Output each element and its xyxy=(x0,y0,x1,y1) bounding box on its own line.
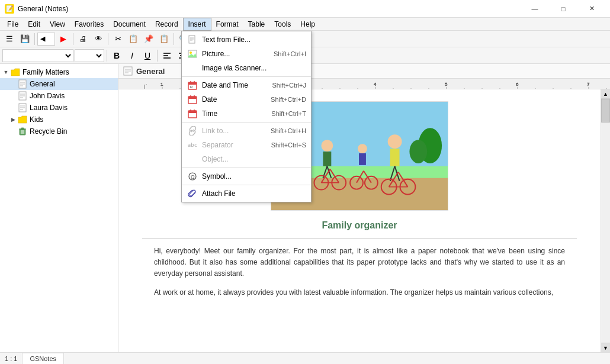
doc-title: Family organizer xyxy=(142,220,577,231)
menu-date[interactable]: Date Shift+Ctrl+D xyxy=(182,92,311,107)
datetime-label: Date and Time xyxy=(202,81,261,89)
statusbar-tab[interactable]: GSNotes xyxy=(22,353,64,365)
scroll-thumb[interactable] xyxy=(601,99,610,123)
svg-rect-138 xyxy=(194,109,195,112)
menu-record[interactable]: Record xyxy=(150,18,183,31)
svg-rect-134 xyxy=(194,95,195,98)
note-header-icon xyxy=(123,66,133,76)
folder-icon-kids xyxy=(18,115,27,124)
italic-btn[interactable]: I xyxy=(125,49,139,63)
menu-format[interactable]: Format xyxy=(211,18,243,31)
sidebar-item-john[interactable]: John Davis xyxy=(0,90,118,102)
new-btn[interactable]: ☰ xyxy=(2,32,17,46)
arrow-general xyxy=(9,80,17,88)
link-label: Link to... xyxy=(202,127,259,135)
minimize-button[interactable]: — xyxy=(521,0,548,18)
menu-help[interactable]: Help xyxy=(296,18,320,31)
separator-shortcut: Shift+Ctrl+S xyxy=(271,141,306,149)
scanner-icon xyxy=(187,62,198,74)
cursor-position: 1 : 1 xyxy=(5,355,17,362)
sep1 xyxy=(34,33,35,45)
scrollbar-y[interactable]: ▲ ▼ xyxy=(601,89,610,352)
object-label: Object... xyxy=(202,155,306,163)
sep4 xyxy=(174,33,174,45)
menu-file[interactable]: File xyxy=(2,18,23,31)
menu-sep-2 xyxy=(182,122,311,123)
svg-rect-128 xyxy=(190,81,191,83)
menu-sep-4 xyxy=(182,185,311,185)
svg-point-110 xyxy=(388,134,402,149)
sidebar-item-kids[interactable]: ▶ Kids xyxy=(0,114,118,125)
menu-table[interactable]: Table xyxy=(243,18,270,31)
copy-btn[interactable]: 📋 xyxy=(126,32,140,46)
font-size-select[interactable] xyxy=(75,49,104,62)
close-button[interactable]: ✕ xyxy=(578,0,605,18)
image-scanner-label: Image via Scanner... xyxy=(202,64,306,72)
save-btn[interactable]: 💾 xyxy=(18,32,32,46)
menu-object[interactable]: Object... xyxy=(182,152,311,166)
paste2-btn[interactable]: 📋 xyxy=(157,32,171,46)
back-dropdown[interactable]: ◀ xyxy=(37,33,55,46)
sidebar-label-kids: Kids xyxy=(30,115,43,124)
svg-rect-96 xyxy=(323,152,331,166)
paste-btn[interactable]: 📌 xyxy=(142,32,156,46)
menu-text-from-file[interactable]: Text from File... xyxy=(182,33,311,47)
menu-time[interactable]: Time Shift+Ctrl+T xyxy=(182,107,311,121)
picture-label: Picture... xyxy=(202,50,262,58)
time-shortcut: Shift+Ctrl+T xyxy=(271,110,306,117)
align-left-btn[interactable] xyxy=(160,49,174,63)
sidebar: ▼ Family Matters General John Davis xyxy=(0,64,118,352)
sidebar-item-recycle-bin[interactable]: Recycle Bin xyxy=(0,125,118,137)
symbol-icon: Ω xyxy=(187,170,198,182)
sidebar-label-general: General xyxy=(30,80,55,88)
scroll-down-btn[interactable]: ▼ xyxy=(601,343,610,352)
statusbar: 1 : 1 GSNotes xyxy=(0,352,610,364)
menu-image-scanner[interactable]: Image via Scanner... xyxy=(182,61,311,75)
doc-body-1: Hi, everybody! Meet our family organizer… xyxy=(142,246,577,280)
preview-btn[interactable]: 👁 xyxy=(91,32,105,46)
font-family-select[interactable] xyxy=(2,49,73,62)
svg-point-95 xyxy=(321,140,333,152)
svg-rect-129 xyxy=(194,81,195,83)
time-icon xyxy=(187,108,198,120)
svg-rect-133 xyxy=(190,95,191,98)
menu-attach-file[interactable]: Attach File xyxy=(182,186,311,201)
menu-document[interactable]: Document xyxy=(108,18,150,31)
menu-insert[interactable]: Insert xyxy=(183,18,211,31)
datetime-icon: 12 xyxy=(187,79,198,91)
scroll-up-btn[interactable]: ▲ xyxy=(601,89,610,99)
svg-text:·: · xyxy=(146,82,147,87)
insert-menu-dropdown: Text from File... Picture... Shift+Ctrl+… xyxy=(181,31,312,202)
forward-btn[interactable]: ▶ xyxy=(56,32,70,46)
print-btn[interactable]: 🖨 xyxy=(76,32,90,46)
cut-btn[interactable]: ✂ xyxy=(111,32,125,46)
picture-shortcut: Shift+Ctrl+I xyxy=(274,50,306,57)
menu-tools[interactable]: Tools xyxy=(269,18,296,31)
note-icon-general xyxy=(18,79,27,89)
sidebar-item-general[interactable]: General xyxy=(0,78,118,90)
doc-body-2: At work or at home, it always provides y… xyxy=(142,287,577,298)
maximize-button[interactable]: □ xyxy=(550,0,577,18)
recycle-icon xyxy=(18,127,27,136)
menu-favorites[interactable]: Favorites xyxy=(70,18,108,31)
bold-btn[interactable]: B xyxy=(110,49,124,63)
sidebar-item-family-matters[interactable]: ▼ Family Matters xyxy=(0,66,118,78)
menu-separator-item[interactable]: abc Separator Shift+Ctrl+S xyxy=(182,138,311,152)
titlebar-controls: — □ ✕ xyxy=(521,0,605,18)
svg-text:5: 5 xyxy=(445,82,448,87)
sidebar-item-laura[interactable]: Laura Davis xyxy=(0,102,118,114)
menu-sep-1 xyxy=(182,76,311,77)
underline-btn[interactable]: U xyxy=(140,49,155,63)
picture-icon xyxy=(187,48,198,60)
menu-date-time[interactable]: 12 Date and Time Shift+Ctrl+J xyxy=(182,78,311,92)
app-icon: 📝 xyxy=(5,4,14,14)
titlebar-title: General (Notes) xyxy=(18,5,68,13)
menu-link-to[interactable]: Link to... Shift+Ctrl+H xyxy=(182,124,311,138)
menu-edit[interactable]: Edit xyxy=(23,18,45,31)
datetime-shortcut: Shift+Ctrl+J xyxy=(272,82,306,89)
svg-point-104 xyxy=(358,144,367,153)
menu-view[interactable]: View xyxy=(45,18,70,31)
menu-symbol[interactable]: Ω Symbol... xyxy=(182,169,311,183)
time-label: Time xyxy=(202,109,259,118)
menu-picture[interactable]: Picture... Shift+Ctrl+I xyxy=(182,47,311,61)
